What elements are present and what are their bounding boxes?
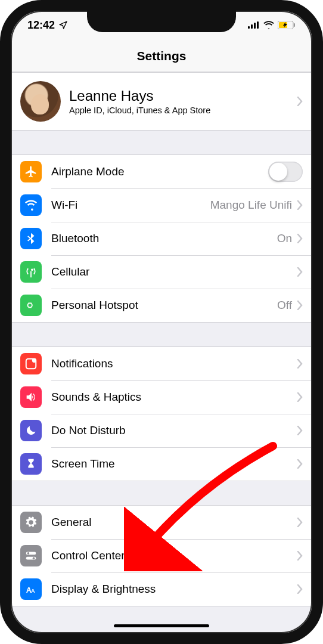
- row-notifications[interactable]: Notifications: [11, 347, 312, 380]
- cell-signal-icon: [248, 21, 260, 29]
- location-services-icon: [58, 20, 68, 30]
- row-display-brightness[interactable]: AA Display & Brightness: [11, 572, 312, 606]
- link-icon: [20, 295, 42, 316]
- chevron-right-icon: [297, 200, 303, 210]
- row-label: Sounds & Haptics: [51, 391, 297, 404]
- chevron-right-icon: [297, 584, 303, 594]
- wifi-icon: [20, 194, 42, 216]
- row-detail: On: [277, 232, 292, 245]
- row-label: Cellular: [51, 265, 297, 278]
- chevron-right-icon: [297, 267, 303, 277]
- chevron-right-icon: [297, 518, 303, 527]
- page-title: Settings: [11, 39, 312, 72]
- svg-rect-2: [254, 23, 256, 29]
- device-notch: [87, 8, 236, 32]
- airplane-toggle[interactable]: [268, 162, 303, 182]
- row-hotspot[interactable]: Personal Hotspot Off: [11, 289, 312, 322]
- profile-name: Leanne Hays: [69, 88, 297, 104]
- row-dnd[interactable]: Do Not Disturb: [11, 414, 312, 447]
- status-time: 12:42: [27, 19, 55, 32]
- row-label: Notifications: [51, 357, 297, 370]
- row-label: General: [51, 516, 297, 529]
- chevron-right-icon: [297, 459, 303, 469]
- row-detail: Off: [277, 299, 292, 312]
- row-screen-time[interactable]: Screen Time: [11, 447, 312, 481]
- row-bluetooth[interactable]: Bluetooth On: [11, 222, 312, 255]
- row-wifi[interactable]: Wi-Fi Mango Life Unifi: [11, 188, 312, 222]
- svg-rect-5: [294, 23, 295, 27]
- svg-rect-1: [251, 24, 253, 29]
- row-general[interactable]: General: [11, 506, 312, 539]
- row-label: Bluetooth: [51, 232, 277, 245]
- row-airplane-mode[interactable]: Airplane Mode: [11, 155, 312, 188]
- svg-rect-0: [248, 26, 250, 29]
- row-sounds[interactable]: Sounds & Haptics: [11, 380, 312, 414]
- chevron-right-icon: [297, 392, 303, 402]
- row-label: Display & Brightness: [51, 583, 297, 596]
- row-label: Control Center: [51, 549, 297, 562]
- moon-icon: [20, 420, 42, 441]
- row-label: Airplane Mode: [51, 165, 268, 178]
- row-label: Do Not Disturb: [51, 424, 297, 437]
- avatar: [20, 81, 61, 122]
- hourglass-icon: [20, 453, 42, 475]
- battery-icon: [278, 21, 296, 29]
- speaker-icon: [20, 386, 42, 408]
- svg-point-12: [33, 557, 35, 559]
- row-label: Wi-Fi: [51, 199, 210, 212]
- chevron-right-icon: [297, 426, 303, 435]
- chevron-right-icon: [297, 551, 303, 561]
- svg-text:A: A: [31, 588, 35, 594]
- chevron-right-icon: [297, 97, 303, 106]
- svg-rect-3: [257, 21, 259, 29]
- svg-point-10: [27, 552, 30, 555]
- wifi-icon: [263, 21, 274, 29]
- home-indicator[interactable]: [114, 624, 209, 627]
- row-detail: Mango Life Unifi: [210, 199, 292, 212]
- notification-icon: [20, 353, 42, 374]
- row-cellular[interactable]: Cellular: [11, 255, 312, 289]
- chevron-right-icon: [297, 301, 303, 310]
- svg-point-8: [32, 358, 36, 363]
- bluetooth-icon: [20, 228, 42, 249]
- chevron-right-icon: [297, 359, 303, 369]
- profile-subtitle: Apple ID, iCloud, iTunes & App Store: [69, 106, 297, 115]
- row-label: Personal Hotspot: [51, 299, 277, 312]
- text-size-icon: AA: [20, 578, 42, 600]
- antenna-icon: [20, 261, 42, 283]
- airplane-icon: [20, 161, 42, 182]
- gear-icon: [20, 512, 42, 533]
- switches-icon: [20, 545, 42, 566]
- row-label: Screen Time: [51, 457, 297, 470]
- chevron-right-icon: [297, 234, 303, 243]
- apple-id-row[interactable]: Leanne Hays Apple ID, iCloud, iTunes & A…: [11, 73, 312, 130]
- row-control-center[interactable]: Control Center: [11, 539, 312, 572]
